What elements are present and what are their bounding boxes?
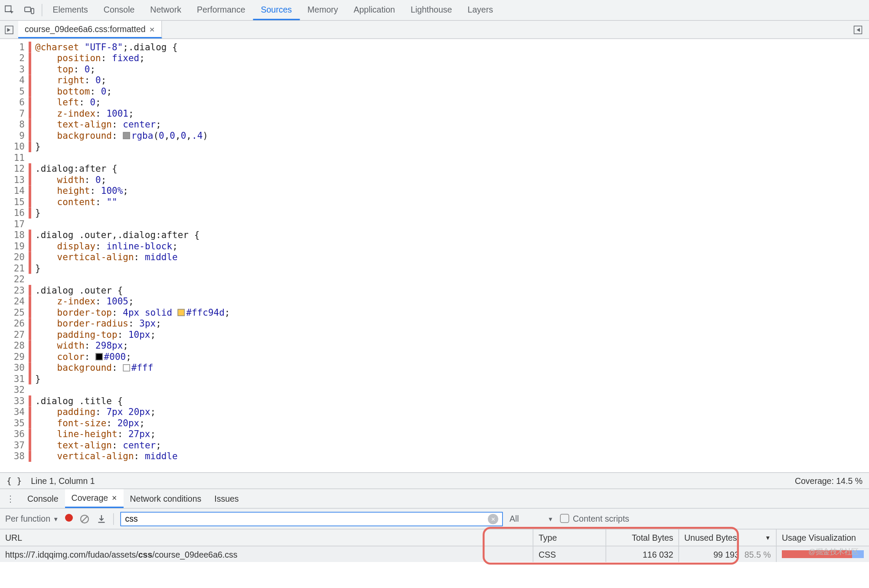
tab-elements[interactable]: Elements (45, 0, 96, 20)
file-tab-bar: course_09dee6a6.css:formatted × (0, 21, 869, 39)
cursor-position: Line 1, Column 1 (31, 476, 95, 486)
drawer-menu-icon[interactable]: ⋮ (3, 489, 18, 508)
cell-unused: 99 193 85.5 % (679, 546, 777, 562)
close-icon[interactable]: × (150, 24, 155, 34)
cell-total: 116 032 (606, 546, 679, 562)
content-scripts-checkbox[interactable]: Content scripts (560, 514, 629, 524)
table-header: URL Type Total Bytes Unused Bytes ▼ Usag… (0, 529, 869, 546)
url-filter-field[interactable] (125, 514, 484, 524)
editor-status-bar: { } Line 1, Column 1 Coverage: 14.5 % (0, 472, 869, 489)
cell-type: CSS (533, 546, 606, 562)
drawer-tabbar: ⋮ ConsoleCoverage×Network conditionsIssu… (0, 489, 869, 509)
coverage-percent: Coverage: 14.5 % (795, 476, 862, 486)
chevron-down-icon: ▼ (53, 516, 59, 522)
file-tab[interactable]: course_09dee6a6.css:formatted × (18, 21, 162, 39)
code-editor[interactable]: 1 2 3 4 5 6 7 8 9 10 11 12 13 14 15 16 1… (0, 39, 869, 472)
tab-performance[interactable]: Performance (189, 0, 253, 20)
tab-application[interactable]: Application (346, 0, 403, 20)
format-icon[interactable]: { } (7, 476, 22, 486)
coverage-mode-select[interactable]: Per function ▼ (5, 514, 59, 524)
navigator-toggle-icon[interactable] (0, 21, 18, 39)
devtools-tabbar: ElementsConsoleNetworkPerformanceSources… (0, 0, 869, 21)
drawer-tab-console[interactable]: Console (21, 489, 65, 508)
svg-rect-0 (25, 7, 31, 12)
record-button[interactable] (65, 514, 73, 524)
drawer-tab-coverage[interactable]: Coverage× (65, 489, 124, 508)
col-type[interactable]: Type (533, 529, 606, 546)
export-icon[interactable] (96, 513, 107, 524)
col-viz[interactable]: Usage Visualization (777, 529, 869, 546)
col-total[interactable]: Total Bytes (606, 529, 679, 546)
line-gutter: 1 2 3 4 5 6 7 8 9 10 11 12 13 14 15 16 1… (0, 39, 29, 472)
clear-filter-icon[interactable]: × (488, 513, 498, 524)
tab-layers[interactable]: Layers (460, 0, 501, 20)
svg-rect-1 (31, 8, 34, 13)
chevron-down-icon: ▼ (548, 516, 553, 522)
drawer-tab-network-conditions[interactable]: Network conditions (124, 489, 208, 508)
file-tab-name: course_09dee6a6.css:formatted (25, 24, 146, 34)
url-filter-input[interactable]: × (121, 512, 503, 526)
device-toggle-icon[interactable] (20, 0, 39, 20)
coverage-table: URL Type Total Bytes Unused Bytes ▼ Usag… (0, 529, 869, 562)
drawer-tab-issues[interactable]: Issues (208, 489, 245, 508)
clear-icon[interactable] (79, 513, 90, 524)
tab-lighthouse[interactable]: Lighthouse (403, 0, 460, 20)
tab-sources[interactable]: Sources (253, 0, 300, 20)
watermark: @掘金技术社区 (808, 547, 859, 557)
coverage-toolbar: Per function ▼ × All ▼ Content scripts (0, 509, 869, 529)
cell-url: https://7.idqqimg.com/fudao/assets/css/c… (0, 546, 533, 562)
col-unused[interactable]: Unused Bytes ▼ (679, 529, 777, 546)
inspect-icon[interactable] (0, 0, 20, 20)
toggle-debugger-icon[interactable] (847, 21, 869, 39)
col-url[interactable]: URL (0, 529, 533, 546)
tab-memory[interactable]: Memory (300, 0, 346, 20)
close-icon[interactable]: × (112, 493, 117, 503)
sort-desc-icon: ▼ (765, 534, 771, 541)
tab-console[interactable]: Console (96, 0, 143, 20)
tab-network[interactable]: Network (142, 0, 189, 20)
code-content[interactable]: @charset "UTF-8";.dialog { position: fix… (31, 39, 230, 472)
table-row[interactable]: https://7.idqqimg.com/fudao/assets/css/c… (0, 546, 869, 562)
type-filter-select[interactable]: All ▼ (510, 514, 553, 524)
